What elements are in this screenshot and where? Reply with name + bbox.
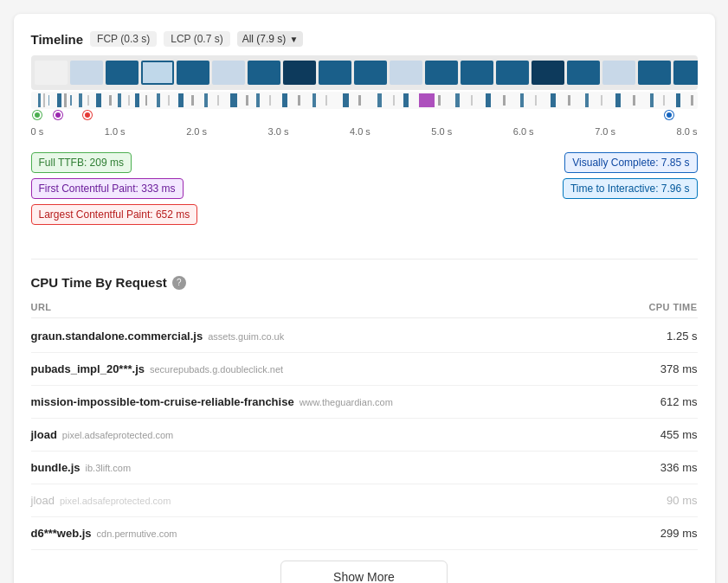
fcp-annotation: First Contentful Paint: 333 ms bbox=[31, 178, 184, 199]
ruler-label-2s: 2.0 s bbox=[186, 126, 207, 137]
table-row: jloadpixel.adsafeprotected.com455 ms bbox=[31, 419, 698, 452]
filmstrip-thumb bbox=[106, 61, 139, 85]
svg-rect-23 bbox=[269, 95, 271, 106]
svg-rect-31 bbox=[393, 95, 395, 106]
svg-rect-39 bbox=[520, 93, 524, 107]
waterfall-svg bbox=[31, 92, 698, 109]
svg-rect-9 bbox=[109, 95, 112, 106]
svg-rect-41 bbox=[551, 93, 556, 107]
svg-rect-12 bbox=[135, 93, 139, 107]
cpu-section-header: CPU Time By Request ? bbox=[31, 275, 698, 290]
help-icon[interactable]: ? bbox=[172, 276, 186, 290]
svg-rect-35 bbox=[455, 93, 460, 107]
row-time: 336 ms bbox=[660, 461, 698, 474]
dropdown-arrow-icon: ▼ bbox=[289, 35, 298, 44]
svg-rect-30 bbox=[377, 93, 382, 107]
vc-marker bbox=[665, 111, 673, 119]
svg-rect-27 bbox=[325, 95, 327, 106]
svg-rect-18 bbox=[204, 93, 208, 107]
table-row: graun.standalone.commercial.jsassets.gui… bbox=[31, 320, 698, 353]
svg-rect-21 bbox=[246, 95, 248, 106]
row-filename: mission-impossible-tom-cruise-reliable-f… bbox=[31, 395, 294, 408]
svg-rect-40 bbox=[535, 95, 537, 106]
ruler-label-4s: 4.0 s bbox=[350, 126, 370, 137]
svg-rect-49 bbox=[676, 93, 680, 107]
ruler-label-7s: 7.0 s bbox=[595, 126, 615, 137]
svg-rect-36 bbox=[471, 95, 473, 106]
svg-rect-28 bbox=[343, 93, 349, 107]
svg-rect-19 bbox=[217, 95, 219, 106]
svg-rect-5 bbox=[70, 95, 72, 106]
filmstrip-thumb bbox=[425, 61, 458, 85]
lcp-marker bbox=[83, 111, 92, 119]
filmstrip-thumb bbox=[673, 61, 698, 85]
svg-rect-37 bbox=[486, 93, 491, 107]
table-row: pubads_impl_20***.jssecurepubads.g.doubl… bbox=[31, 353, 698, 386]
row-time: 378 ms bbox=[660, 362, 698, 375]
svg-rect-38 bbox=[503, 95, 506, 106]
row-time: 612 ms bbox=[660, 395, 698, 408]
svg-rect-32 bbox=[403, 93, 409, 107]
svg-rect-20 bbox=[230, 93, 237, 107]
filmstrip-thumb bbox=[354, 61, 387, 85]
svg-rect-17 bbox=[191, 95, 194, 106]
svg-rect-48 bbox=[663, 95, 665, 106]
vc-annotation: Visually Complete: 7.85 s bbox=[564, 152, 697, 173]
svg-rect-0 bbox=[38, 93, 41, 107]
table-row: bundle.jsib.3lift.com336 ms bbox=[31, 452, 698, 484]
ttfb-marker bbox=[33, 111, 42, 119]
row-time: 90 ms bbox=[667, 494, 697, 507]
tti-annotation: Time to Interactive: 7.96 s bbox=[563, 178, 698, 199]
svg-rect-47 bbox=[650, 93, 654, 107]
row-time: 1.25 s bbox=[667, 330, 697, 343]
row-time: 455 ms bbox=[660, 428, 698, 441]
filmstrip-thumb bbox=[319, 61, 351, 85]
svg-rect-25 bbox=[298, 95, 300, 106]
svg-rect-8 bbox=[96, 93, 101, 107]
table-row: mission-impossible-tom-cruise-reliable-f… bbox=[31, 386, 698, 419]
row-filename: d6***web.js bbox=[31, 527, 92, 540]
filmstrip-thumb bbox=[212, 61, 245, 85]
cpu-title: CPU Time By Request bbox=[31, 275, 167, 290]
filmstrip bbox=[35, 61, 694, 85]
ttfb-annotation: Full TTFB: 209 ms bbox=[31, 152, 132, 173]
show-more-button[interactable]: Show More bbox=[280, 561, 448, 583]
svg-rect-29 bbox=[358, 95, 361, 106]
svg-rect-10 bbox=[118, 93, 121, 107]
ruler-labels: 0 s 1.0 s 2.0 s 3.0 s 4.0 s 5.0 s 6.0 s … bbox=[31, 126, 698, 137]
timeline-header: Timeline FCP (0.3 s) LCP (0.7 s) All (7.… bbox=[31, 31, 698, 47]
row-domain: ib.3lift.com bbox=[86, 463, 132, 473]
col-url-header: URL bbox=[31, 302, 52, 312]
fcp-badge[interactable]: FCP (0.3 s) bbox=[90, 31, 157, 47]
annotations-area: Full TTFB: 209 ms First Contentful Paint… bbox=[31, 152, 698, 243]
svg-rect-16 bbox=[178, 93, 184, 107]
col-time-header: CPU TIME bbox=[648, 302, 697, 312]
ruler-label-6s: 6.0 s bbox=[513, 126, 534, 137]
row-domain: cdn.permutive.com bbox=[97, 529, 177, 539]
lcp-badge[interactable]: LCP (0.7 s) bbox=[164, 31, 229, 47]
row-filename: jload bbox=[31, 428, 57, 441]
show-more-container: Show More bbox=[31, 550, 698, 583]
ruler-label-0s: 0 s bbox=[31, 126, 44, 137]
svg-rect-24 bbox=[282, 93, 287, 107]
svg-rect-45 bbox=[615, 93, 621, 107]
row-domain: assets.guim.co.uk bbox=[208, 331, 284, 342]
waterfall-row bbox=[31, 92, 698, 109]
main-card: Timeline FCP (0.3 s) LCP (0.7 s) All (7.… bbox=[14, 14, 715, 583]
filmstrip-thumb bbox=[248, 61, 280, 85]
svg-rect-26 bbox=[312, 93, 316, 107]
svg-rect-42 bbox=[568, 95, 570, 106]
svg-rect-11 bbox=[128, 95, 130, 106]
ruler-label-5s: 5.0 s bbox=[431, 126, 452, 137]
filmstrip-thumb bbox=[567, 61, 600, 85]
filmstrip-thumb bbox=[70, 61, 103, 85]
all-badge[interactable]: All (7.9 s) ▼ bbox=[237, 31, 304, 47]
all-badge-label: All (7.9 s) bbox=[242, 33, 287, 45]
svg-rect-50 bbox=[691, 95, 693, 106]
row-domain: securepubads.g.doubleclick.net bbox=[150, 364, 283, 375]
row-filename: jload bbox=[31, 494, 55, 507]
table-row: jloadpixel.adsafeprotected.com90 ms bbox=[31, 484, 698, 517]
filmstrip-thumb[interactable] bbox=[141, 61, 174, 85]
table-row: d6***web.jscdn.permutive.com299 ms bbox=[31, 517, 698, 550]
row-time: 299 ms bbox=[660, 527, 698, 540]
